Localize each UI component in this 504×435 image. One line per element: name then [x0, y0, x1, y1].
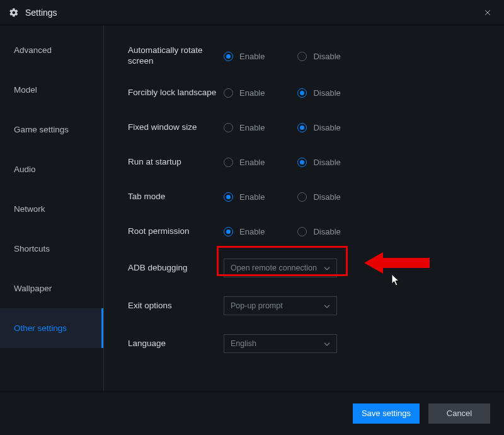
close-icon [483, 8, 492, 17]
sidebar-item-network[interactable]: Network [0, 189, 103, 229]
setting-row-root-permission: Root permissionEnableDisable [104, 214, 504, 249]
radio-circle-icon [224, 88, 233, 98]
radio-label: Enable [239, 158, 265, 167]
radio-enable[interactable]: Enable [224, 52, 265, 61]
sidebar-item-label: Wallpaper [14, 284, 52, 293]
close-button[interactable] [480, 5, 495, 20]
setting-label: Tab mode [128, 192, 224, 202]
radio-label: Disable [313, 123, 340, 132]
setting-row-run-at-startup: Run at startupEnableDisable [104, 145, 504, 180]
radio-disable[interactable]: Disable [297, 88, 340, 98]
setting-label: Language [128, 339, 224, 349]
setting-row-exit-options: Exit optionsPop-up prompt [104, 287, 504, 325]
radio-label: Enable [239, 192, 265, 202]
sidebar-item-label: Network [14, 204, 45, 214]
radio-enable[interactable]: Enable [224, 227, 265, 236]
sidebar-item-other-settings[interactable]: Other settings [0, 308, 103, 348]
sidebar-item-game-settings[interactable]: Game settings [0, 110, 103, 149]
setting-label: ADB debugging [128, 263, 224, 274]
setting-row-forcibly-lock-landscape: Forcibly lock landscapeEnableDisable [104, 76, 504, 110]
radio-circle-icon [297, 88, 307, 98]
radio-circle-icon [297, 52, 307, 61]
radio-group: EnableDisable [224, 158, 341, 167]
radio-label: Disable [313, 88, 340, 98]
radio-label: Disable [313, 227, 340, 236]
chevron-down-icon [324, 264, 330, 272]
radio-label: Disable [313, 158, 340, 167]
radio-group: EnableDisable [224, 227, 341, 236]
radio-enable[interactable]: Enable [224, 192, 265, 202]
radio-label: Enable [239, 227, 265, 236]
setting-row-automatically-rotate-screen: Automatically rotate screenEnableDisable [104, 37, 504, 76]
select-value: Pop-up prompt [231, 301, 283, 310]
radio-circle-icon [224, 158, 233, 167]
sidebar: AdvancedModelGame settingsAudioNetworkSh… [0, 25, 104, 391]
radio-disable[interactable]: Disable [297, 158, 340, 167]
sidebar-item-shortcuts[interactable]: Shortcuts [0, 229, 103, 269]
radio-label: Disable [313, 52, 340, 61]
radio-circle-icon [297, 227, 307, 236]
chevron-down-icon [324, 301, 330, 310]
select-value: Open remote connection [231, 264, 317, 272]
setting-label: Root permission [128, 226, 224, 237]
sidebar-item-audio[interactable]: Audio [0, 149, 103, 189]
setting-label: Forcibly lock landscape [128, 88, 224, 98]
select-value: English [231, 339, 256, 348]
footer: Save settings Cancel [0, 391, 504, 435]
gear-icon [9, 8, 19, 18]
window-title: Settings [25, 8, 480, 18]
titlebar: Settings [0, 0, 504, 25]
radio-label: Enable [239, 123, 265, 132]
sidebar-item-wallpaper[interactable]: Wallpaper [0, 269, 103, 308]
radio-label: Enable [239, 52, 265, 61]
radio-enable[interactable]: Enable [224, 158, 265, 167]
radio-disable[interactable]: Disable [297, 192, 340, 202]
setting-label: Exit options [128, 301, 224, 311]
select-adb-debugging[interactable]: Open remote connection [224, 258, 337, 277]
radio-label: Disable [313, 192, 340, 202]
radio-disable[interactable]: Disable [297, 52, 340, 61]
sidebar-item-advanced[interactable]: Advanced [0, 30, 103, 70]
setting-row-fixed-window-size: Fixed window sizeEnableDisable [104, 110, 504, 145]
setting-row-tab-mode: Tab modeEnableDisable [104, 180, 504, 214]
radio-enable[interactable]: Enable [224, 88, 265, 98]
radio-disable[interactable]: Disable [297, 227, 340, 236]
radio-circle-icon [297, 158, 307, 167]
radio-disable[interactable]: Disable [297, 123, 340, 132]
radio-group: EnableDisable [224, 123, 341, 132]
radio-group: EnableDisable [224, 52, 341, 61]
radio-circle-icon [224, 192, 233, 202]
radio-enable[interactable]: Enable [224, 123, 265, 132]
select-exit-options[interactable]: Pop-up prompt [224, 296, 337, 315]
radio-circle-icon [297, 123, 307, 132]
radio-circle-icon [297, 192, 307, 202]
sidebar-item-label: Other settings [14, 323, 67, 333]
radio-circle-icon [224, 227, 233, 236]
chevron-down-icon [324, 339, 330, 348]
radio-label: Enable [239, 88, 265, 98]
setting-row-adb-debugging: ADB debuggingOpen remote connection [104, 249, 504, 287]
sidebar-item-label: Model [14, 85, 37, 95]
sidebar-item-label: Audio [14, 165, 36, 174]
sidebar-item-label: Shortcuts [14, 244, 50, 253]
setting-label: Fixed window size [128, 122, 224, 133]
cancel-button[interactable]: Cancel [428, 403, 490, 424]
sidebar-item-label: Advanced [14, 45, 52, 55]
setting-row-language: LanguageEnglish [104, 325, 504, 362]
select-language[interactable]: English [224, 334, 337, 353]
radio-group: EnableDisable [224, 192, 341, 202]
radio-group: EnableDisable [224, 88, 341, 98]
content: Automatically rotate screenEnableDisable… [104, 25, 504, 391]
body: AdvancedModelGame settingsAudioNetworkSh… [0, 25, 504, 391]
sidebar-item-label: Game settings [14, 125, 69, 134]
save-settings-button[interactable]: Save settings [353, 403, 420, 424]
setting-label: Run at startup [128, 157, 224, 168]
radio-circle-icon [224, 123, 233, 132]
setting-label: Automatically rotate screen [128, 45, 224, 67]
radio-circle-icon [224, 52, 233, 61]
sidebar-item-model[interactable]: Model [0, 70, 103, 110]
